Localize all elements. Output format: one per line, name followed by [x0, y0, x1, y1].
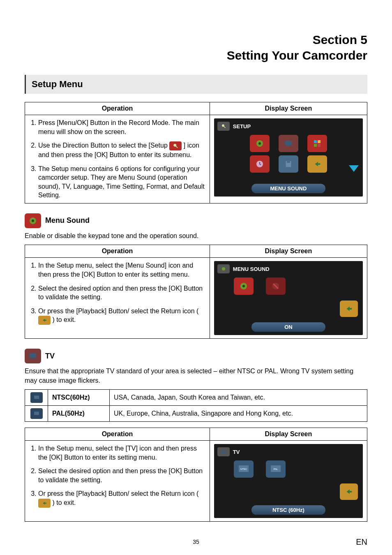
tv-screen: TV NTSC PAL NTSC (60Hz) [214, 444, 363, 518]
svg-text:PAL: PAL [273, 468, 278, 470]
tv-icon [217, 447, 230, 456]
menu-sound-screen: MENU SOUND ON [214, 261, 363, 335]
op-step: Or press the [Playback] Button/ select t… [38, 307, 205, 325]
settings-icon [307, 135, 327, 152]
speaker-icon [250, 135, 270, 152]
setup-operations: Press [Menu/OK] Button in the Record Mod… [25, 115, 210, 204]
svg-rect-26 [221, 450, 226, 453]
svg-rect-4 [314, 140, 317, 143]
screen-footer: MENU SOUND [251, 184, 325, 193]
display-screen-cell: TV NTSC PAL NTSC (60Hz) [210, 441, 367, 522]
wrench-icon [169, 141, 182, 150]
screen-title: MENU SOUND [233, 266, 270, 272]
tv-operations: In the Setup menu, select the [TV] icon … [25, 441, 210, 522]
op-step: In the Setup menu, select the [TV] icon … [38, 444, 205, 462]
ntsc-icon: NTSC [234, 460, 254, 478]
page-number: 35 [193, 539, 199, 545]
pal-label: PAL(50Hz) [48, 406, 110, 422]
svg-rect-24 [34, 412, 39, 415]
svg-rect-11 [318, 163, 321, 165]
setup-menu-bar: Setup Menu [25, 75, 367, 94]
wrench-icon [217, 122, 230, 131]
menu-sound-heading: Menu Sound [25, 213, 367, 228]
clock-icon [250, 155, 270, 173]
pal-icon [30, 408, 43, 419]
tv-op-table: Operation Display Screen In the Setup me… [25, 428, 367, 522]
op-step: Select the desired option and then press… [38, 284, 205, 302]
col-operation: Operation [25, 245, 210, 258]
sound-off-icon [266, 278, 286, 295]
section-number: Section 5 [25, 33, 367, 47]
svg-rect-20 [350, 308, 352, 310]
svg-point-17 [242, 285, 245, 287]
pal-desc: UK, Europe, China, Australia, Singapore … [110, 406, 367, 422]
svg-rect-5 [318, 140, 321, 143]
menu-sound-label: Menu Sound [45, 216, 90, 225]
svg-point-13 [32, 220, 34, 222]
pal-icon-cell [25, 406, 48, 422]
svg-rect-21 [30, 354, 37, 358]
svg-rect-7 [318, 144, 321, 147]
page-language: EN [356, 537, 367, 547]
svg-text:NTSC: NTSC [240, 468, 247, 470]
ntsc-desc: USA, Canada, Japan, South Korea and Taiw… [110, 390, 367, 406]
col-display-screen: Display Screen [210, 245, 367, 258]
op-step: Press [Menu/OK] Button in the Record Mod… [38, 118, 205, 136]
svg-point-15 [222, 267, 225, 271]
format-icon [279, 155, 298, 173]
screen-title: SETUP [233, 123, 251, 130]
menu-sound-table: Operation Display Screen In the Setup me… [25, 245, 367, 339]
table-row: NTSC(60Hz) USA, Canada, Japan, South Kor… [25, 390, 367, 406]
menu-sound-operations: In the Setup menu, select the [Menu Soun… [25, 258, 210, 339]
tv-desc: Ensure that the appropriate TV standard … [25, 367, 367, 385]
setup-menu-table: Operation Display Screen Press [Menu/OK]… [25, 102, 367, 204]
speaker-icon [217, 264, 230, 273]
screen-footer: NTSC (60Hz) [251, 505, 325, 515]
section-header: Section 5 Setting Your Camcorder [25, 33, 367, 62]
tv-label: TV [45, 352, 55, 361]
col-operation: Operation [25, 428, 210, 441]
svg-rect-2 [285, 141, 292, 146]
screen-title: TV [233, 449, 240, 455]
op-step: The Setup menu contains 6 options for co… [38, 164, 205, 200]
op-step: In the Setup menu, select the [Menu Soun… [38, 261, 205, 279]
down-arrow-icon [349, 165, 359, 172]
tv-heading: TV [25, 349, 367, 363]
tv-icon [25, 349, 41, 363]
return-icon [38, 316, 51, 325]
op-step: Or press the [Playback] Button/ select t… [38, 489, 205, 507]
ntsc-icon-cell [25, 390, 48, 406]
menu-sound-desc: Enable or disable the keypad tone and th… [25, 231, 367, 240]
pal-icon: PAL [266, 460, 286, 478]
svg-rect-3 [287, 146, 290, 147]
svg-rect-14 [45, 320, 46, 321]
section-title: Setting Your Camcorder [25, 49, 367, 62]
svg-rect-23 [34, 395, 39, 399]
tv-icon [279, 135, 298, 152]
svg-rect-6 [314, 144, 317, 147]
svg-rect-10 [287, 161, 290, 163]
display-screen-cell: SETUP [210, 115, 367, 204]
table-row: PAL(50Hz) UK, Europe, China, Australia, … [25, 406, 367, 422]
svg-rect-31 [350, 491, 352, 493]
speaker-icon [25, 213, 41, 228]
svg-rect-25 [45, 503, 46, 504]
tv-standards-table: NTSC(60Hz) USA, Canada, Japan, South Kor… [25, 389, 367, 422]
return-icon [307, 155, 327, 173]
op-step: Use the Direction Button to select the [… [38, 141, 205, 159]
op-step: Select the desired option and then press… [38, 467, 205, 484]
return-icon [340, 301, 358, 317]
svg-rect-22 [32, 358, 34, 359]
return-icon [38, 499, 51, 508]
sound-on-icon [234, 278, 254, 295]
col-display-screen: Display Screen [210, 102, 367, 115]
ntsc-icon [30, 392, 43, 403]
setup-screen: SETUP [214, 118, 363, 197]
screen-footer: ON [251, 322, 325, 332]
return-icon [340, 483, 358, 500]
col-operation: Operation [25, 102, 210, 115]
col-display-screen: Display Screen [210, 428, 367, 441]
display-screen-cell: MENU SOUND ON [210, 258, 367, 339]
svg-point-1 [258, 142, 261, 145]
ntsc-label: NTSC(60Hz) [48, 390, 110, 406]
